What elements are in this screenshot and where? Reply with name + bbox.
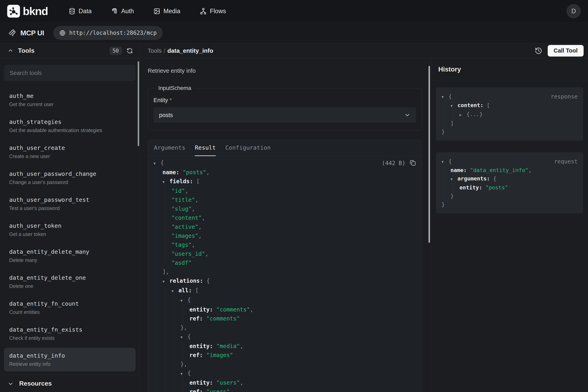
history-request-card[interactable]: ▼{ request name: "data_entity_info", ▼ar… xyxy=(436,152,583,214)
json-row[interactable]: ▶{...} xyxy=(459,110,578,119)
json-row-fields[interactable]: ▼fields: [ xyxy=(163,177,416,186)
top-navbar: bknd Data xyxy=(0,0,588,22)
tool-item-data_entity_fn_count[interactable]: data_entity_fn_count Count entities xyxy=(4,296,136,320)
json-row: } xyxy=(441,200,578,208)
input-schema-legend: InputSchema xyxy=(156,85,193,91)
tool-item-auth_strategies[interactable]: auth_strategies Get the available authen… xyxy=(4,114,136,138)
tab-arguments[interactable]: Arguments xyxy=(154,140,185,156)
json-row: "title", xyxy=(172,196,416,204)
tool-item-auth_user_create[interactable]: auth_user_create Create a new user xyxy=(4,140,136,164)
tab-configuration[interactable]: Configuration xyxy=(225,140,271,156)
history-icon[interactable] xyxy=(535,47,543,55)
tool-list: auth_me Get the current user auth_strate… xyxy=(0,88,140,375)
image-icon xyxy=(154,8,160,14)
tools-count-badge: 50 xyxy=(109,46,122,55)
nav-label: Flows xyxy=(210,8,226,15)
json-row: entity: "users", xyxy=(190,378,416,387)
json-row-relations[interactable]: ▼relations: { xyxy=(163,276,416,286)
database-icon xyxy=(69,8,75,14)
resources-section-header[interactable]: Resources xyxy=(0,375,140,392)
nav-item-auth[interactable]: Auth xyxy=(111,8,134,15)
chevron-down-icon xyxy=(404,112,410,118)
resources-section-title: Resources xyxy=(19,380,52,387)
json-row-root[interactable]: ▼{ (442 B) xyxy=(154,158,416,168)
nav-item-media[interactable]: Media xyxy=(154,8,180,15)
json-row[interactable]: ▼content: [ xyxy=(450,101,578,110)
json-row: entity: "posts" xyxy=(459,184,578,192)
history-header: History xyxy=(431,58,588,81)
tool-item-auth_me[interactable]: auth_me Get the current user xyxy=(4,88,136,112)
tool-item-auth_user_password_change[interactable]: auth_user_password_change Change a user'… xyxy=(4,166,136,190)
breadcrumb: Tools/data_entity_info xyxy=(148,47,213,54)
tool-item-data_entity_info[interactable]: data_entity_info Retrieve entity info xyxy=(4,348,136,372)
avatar-initial: D xyxy=(572,8,576,15)
mcp-icon xyxy=(7,28,16,37)
breadcrumb-separator: / xyxy=(164,47,165,54)
json-row: ref: "comments" xyxy=(190,314,416,323)
request-label: request xyxy=(554,158,578,166)
tool-item-data_entity_delete_one[interactable]: data_entity_delete_one Delete one xyxy=(4,270,136,294)
content-scrollbar-thumb[interactable] xyxy=(428,66,430,243)
tool-item-auth_user_token[interactable]: auth_user_token Get a user token xyxy=(4,218,136,242)
tool-item-data_entity_delete_many[interactable]: data_entity_delete_many Delete many xyxy=(4,244,136,268)
tools-section-header: Tools 50 xyxy=(0,44,140,58)
json-row[interactable]: ▼arguments: { xyxy=(450,174,578,184)
tools-sidebar: auth_me Get the current user auth_strate… xyxy=(0,58,140,392)
history-response-card[interactable]: ▼{ response ▼content: [ ▶{...} ] } xyxy=(436,87,583,141)
result-card: Arguments Result Configuration ▼{ (442 B… xyxy=(148,140,422,392)
copy-button[interactable] xyxy=(409,160,416,166)
response-label: response xyxy=(551,92,578,101)
json-row: "users_id", xyxy=(172,249,416,258)
fingerprint-icon xyxy=(111,8,118,14)
entity-select[interactable]: posts xyxy=(154,108,416,123)
tab-result[interactable]: Result xyxy=(195,140,216,156)
call-tool-button[interactable]: Call Tool xyxy=(548,45,584,56)
json-row-all[interactable]: ▼all: [ xyxy=(172,286,416,296)
tool-detail-panel: Retrieve entity info InputSchema Entity*… xyxy=(140,58,431,392)
chevron-up-icon[interactable] xyxy=(7,48,13,54)
nav-label: Auth xyxy=(121,8,134,15)
json-row: "asdf" xyxy=(172,258,416,267)
history-panel: History ▼{ response ▼content: [ ▶{...} ] xyxy=(431,58,588,392)
app: bknd Data xyxy=(0,0,588,392)
json-row: "tags", xyxy=(172,240,416,249)
json-row: "id", xyxy=(172,186,416,196)
json-row[interactable]: ▼{ xyxy=(181,368,416,378)
breadcrumb-current: data_entity_info xyxy=(167,47,213,54)
json-row: }, xyxy=(181,360,416,368)
nav-item-flows[interactable]: Flows xyxy=(200,8,226,15)
json-row: } xyxy=(441,128,578,136)
breadcrumb-section[interactable]: Tools xyxy=(148,47,162,54)
bknd-logo[interactable]: bknd xyxy=(7,4,48,18)
search-input[interactable] xyxy=(4,65,136,81)
page-title: MCP UI xyxy=(20,29,44,37)
history-title: History xyxy=(438,66,461,73)
section-header-band: Tools 50 Tools/data_entity_info Call Too… xyxy=(0,44,588,58)
json-row: ], xyxy=(163,267,416,276)
refresh-icon[interactable] xyxy=(126,47,133,54)
json-row: name: "posts", xyxy=(163,168,416,177)
tool-item-data_entity_fn_exists[interactable]: data_entity_fn_exists Check if entity ex… xyxy=(4,322,136,346)
tool-description: Retrieve entity info xyxy=(148,68,422,74)
entity-field-label: Entity* xyxy=(154,97,416,104)
json-row[interactable]: ▼{ xyxy=(181,332,416,342)
result-json-tree: ▼{ (442 B) name: "posts" xyxy=(148,156,422,392)
nav-item-data[interactable]: Data xyxy=(69,8,92,15)
json-row: entity: "comments", xyxy=(190,305,416,314)
tools-section-title: Tools xyxy=(18,47,34,54)
payload-size-label: (442 B) xyxy=(382,159,405,168)
user-avatar[interactable]: D xyxy=(567,4,581,18)
breadcrumb-bar: Tools/data_entity_info Call Tool xyxy=(140,44,588,58)
json-row[interactable]: ▼{ xyxy=(181,296,416,305)
sidebar-scrollbar-thumb[interactable] xyxy=(138,61,139,146)
json-row: name: "data_entity_info", xyxy=(450,166,578,174)
input-schema-fieldset: InputSchema Entity* posts xyxy=(148,85,422,130)
required-mark: * xyxy=(170,97,172,103)
main-nav: Data Auth xyxy=(69,8,226,15)
tool-item-auth_user_password_test[interactable]: auth_user_password_test Test a user's pa… xyxy=(4,192,136,216)
server-url-pill[interactable]: http://localhost:28623/mcp xyxy=(53,26,163,40)
json-row: }, xyxy=(181,323,416,332)
json-row: "active", xyxy=(172,222,416,231)
nav-label: Data xyxy=(79,8,92,15)
json-row: "content", xyxy=(172,214,416,222)
